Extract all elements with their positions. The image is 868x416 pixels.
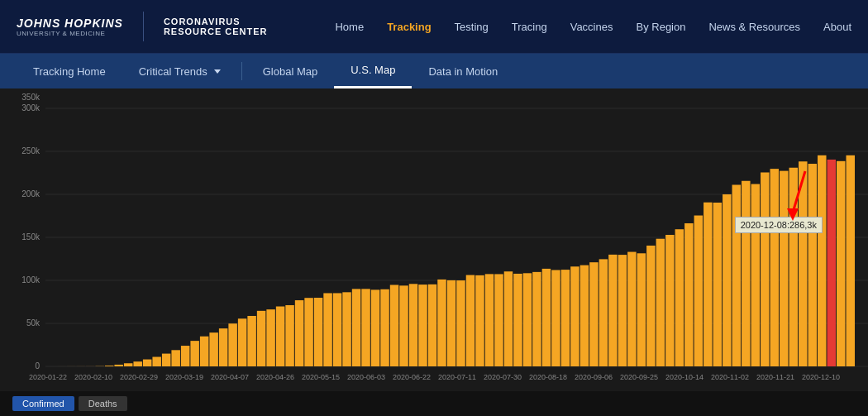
svg-text:2020-04-26: 2020-04-26 bbox=[256, 373, 294, 381]
svg-rect-82 bbox=[675, 229, 684, 366]
svg-rect-50 bbox=[371, 289, 379, 366]
svg-rect-64 bbox=[504, 271, 513, 366]
svg-rect-83 bbox=[684, 223, 693, 366]
svg-rect-86 bbox=[713, 203, 722, 366]
svg-rect-42 bbox=[295, 300, 303, 366]
svg-rect-74 bbox=[599, 259, 608, 366]
svg-rect-49 bbox=[361, 289, 370, 366]
svg-rect-40 bbox=[276, 307, 284, 366]
svg-rect-30 bbox=[181, 346, 189, 366]
svg-rect-52 bbox=[390, 285, 398, 366]
svg-line-119 bbox=[793, 171, 805, 213]
svg-rect-37 bbox=[247, 316, 255, 366]
top-navigation: JOHNS HOPKINS UNIVERSITY & MEDICINE CORO… bbox=[0, 0, 868, 54]
nav-tracing[interactable]: Tracing bbox=[512, 21, 547, 33]
svg-rect-62 bbox=[485, 274, 494, 366]
highlight-arrow bbox=[780, 167, 822, 224]
svg-rect-43 bbox=[304, 298, 312, 366]
svg-rect-29 bbox=[171, 350, 179, 366]
svg-rect-31 bbox=[190, 341, 198, 366]
svg-rect-22 bbox=[105, 366, 113, 366]
svg-rect-27 bbox=[152, 357, 160, 366]
main-nav: Home Tracking Testing Tracing Vaccines B… bbox=[268, 21, 851, 33]
svg-text:2020-12-10: 2020-12-10 bbox=[802, 373, 840, 381]
svg-rect-88 bbox=[732, 184, 741, 366]
svg-rect-77 bbox=[627, 252, 636, 366]
subnav-critical-trends[interactable]: Critical Trends bbox=[122, 54, 237, 88]
svg-rect-44 bbox=[314, 298, 322, 366]
nav-by-region[interactable]: By Region bbox=[636, 21, 685, 33]
svg-rect-58 bbox=[447, 280, 455, 366]
tab-confirmed[interactable]: Confirmed bbox=[12, 396, 74, 411]
svg-rect-25 bbox=[133, 361, 141, 366]
subnav-tracking-home[interactable]: Tracking Home bbox=[17, 54, 122, 88]
svg-rect-56 bbox=[428, 285, 436, 366]
jhu-logo: JOHNS HOPKINS UNIVERSITY & MEDICINE bbox=[17, 17, 123, 37]
svg-rect-60 bbox=[466, 275, 475, 366]
svg-rect-69 bbox=[551, 270, 560, 366]
svg-rect-99 bbox=[837, 161, 845, 366]
svg-rect-79 bbox=[646, 246, 655, 366]
svg-rect-23 bbox=[114, 365, 122, 366]
svg-rect-35 bbox=[228, 323, 236, 366]
svg-text:2020-09-25: 2020-09-25 bbox=[620, 373, 658, 381]
svg-text:0: 0 bbox=[35, 361, 40, 371]
jhu-sub-text: UNIVERSITY & MEDICINE bbox=[17, 30, 105, 37]
svg-rect-61 bbox=[475, 275, 484, 366]
svg-marker-120 bbox=[787, 208, 799, 221]
svg-rect-53 bbox=[399, 285, 408, 366]
nav-testing[interactable]: Testing bbox=[455, 21, 489, 33]
svg-text:100k: 100k bbox=[21, 275, 41, 285]
svg-text:2020-03-19: 2020-03-19 bbox=[165, 373, 203, 381]
svg-text:150k: 150k bbox=[21, 232, 41, 241]
svg-rect-55 bbox=[418, 285, 427, 366]
logo-section: JOHNS HOPKINS UNIVERSITY & MEDICINE CORO… bbox=[17, 12, 268, 41]
tab-deaths[interactable]: Deaths bbox=[79, 396, 127, 411]
svg-text:2020-04-07: 2020-04-07 bbox=[211, 373, 249, 381]
svg-text:200k: 200k bbox=[21, 189, 41, 198]
svg-text:2020-11-02: 2020-11-02 bbox=[711, 373, 749, 381]
svg-rect-71 bbox=[570, 266, 579, 366]
svg-rect-66 bbox=[523, 273, 532, 366]
svg-rect-38 bbox=[257, 311, 265, 366]
bottom-tab-bar: Confirmed Deaths bbox=[0, 391, 868, 416]
crc-line2: RESOURCE CENTER bbox=[164, 26, 268, 36]
svg-text:50k: 50k bbox=[26, 318, 41, 328]
svg-rect-68 bbox=[542, 269, 551, 366]
nav-vaccines[interactable]: Vaccines bbox=[570, 21, 613, 33]
crc-logo: CORONAVIRUS RESOURCE CENTER bbox=[164, 17, 268, 36]
svg-rect-47 bbox=[342, 292, 351, 366]
svg-rect-46 bbox=[333, 293, 341, 366]
svg-text:2020-06-22: 2020-06-22 bbox=[393, 373, 431, 381]
nav-home[interactable]: Home bbox=[335, 21, 364, 33]
sub-navigation: Tracking Home Critical Trends Global Map… bbox=[0, 54, 868, 88]
svg-rect-28 bbox=[162, 354, 170, 366]
svg-rect-54 bbox=[409, 284, 417, 366]
svg-text:2020-02-10: 2020-02-10 bbox=[74, 373, 112, 381]
bar-chart: 0 50k 100k 150k 200k 250k 300k 350k 2020… bbox=[0, 88, 868, 383]
svg-rect-87 bbox=[723, 194, 731, 366]
svg-rect-70 bbox=[561, 270, 570, 366]
subnav-us-map[interactable]: U.S. Map bbox=[334, 54, 412, 88]
svg-rect-90 bbox=[751, 184, 760, 366]
svg-rect-39 bbox=[266, 309, 274, 366]
subnav-divider bbox=[241, 62, 242, 80]
subnav-global-map[interactable]: Global Map bbox=[246, 54, 334, 88]
chevron-down-icon bbox=[214, 69, 221, 74]
nav-tracking[interactable]: Tracking bbox=[387, 21, 431, 33]
svg-text:350k: 350k bbox=[21, 93, 41, 102]
jhu-main-text: JOHNS HOPKINS bbox=[17, 17, 123, 30]
svg-rect-34 bbox=[219, 328, 227, 366]
subnav-data-in-motion[interactable]: Data in Motion bbox=[412, 54, 514, 88]
svg-text:2020-06-03: 2020-06-03 bbox=[347, 373, 385, 381]
chart-container: 0 50k 100k 150k 200k 250k 300k 350k 2020… bbox=[0, 88, 868, 391]
nav-news-resources[interactable]: News & Resources bbox=[708, 21, 800, 33]
svg-text:2020-01-22: 2020-01-22 bbox=[29, 373, 67, 381]
svg-text:2020-08-18: 2020-08-18 bbox=[529, 373, 567, 381]
svg-text:2020-05-15: 2020-05-15 bbox=[302, 373, 340, 381]
svg-rect-36 bbox=[238, 318, 246, 366]
svg-rect-100 bbox=[847, 155, 855, 366]
svg-rect-89 bbox=[742, 181, 750, 366]
nav-about[interactable]: About bbox=[823, 21, 851, 33]
svg-text:250k: 250k bbox=[21, 146, 41, 155]
